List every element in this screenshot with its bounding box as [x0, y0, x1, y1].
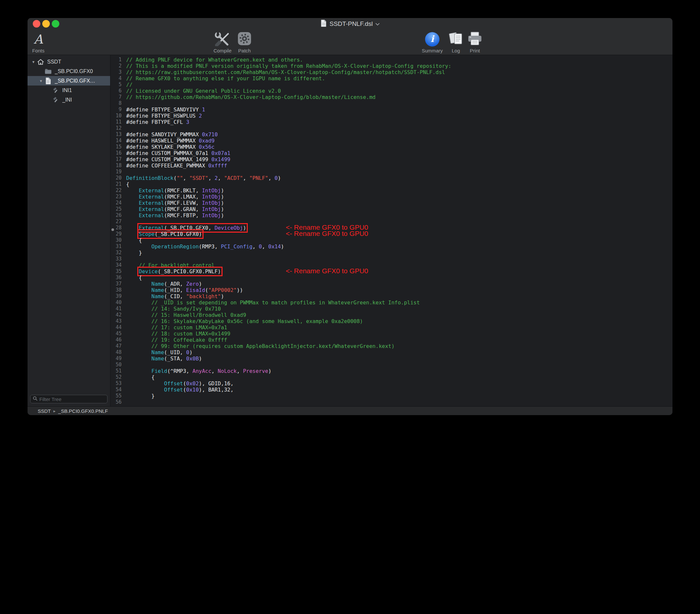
rename-annotation: <- Rename GFX0 to GPU0: [286, 268, 368, 274]
print-label: Print: [470, 48, 480, 53]
code-line: 15#define SKYLAKE_PWMMAX 0x56c: [110, 144, 673, 150]
line-number: 45: [110, 330, 122, 337]
disclosure-triangle-icon[interactable]: ▼: [30, 60, 37, 64]
code-line: 8: [110, 100, 673, 106]
toolbar: A Fonts Compile: [27, 30, 673, 55]
code-line: 45 // 18: custom LMAX=0x1499: [110, 330, 673, 337]
line-number: 40: [110, 299, 122, 306]
sidebar-item-label: _SB.PCI0.GFX0: [55, 68, 93, 74]
filter-field[interactable]: [30, 395, 108, 403]
line-number: 56: [110, 399, 122, 405]
code-line: 3// https://raw.githubusercontent.com/Re…: [110, 69, 673, 75]
document-proxy-icon[interactable]: [321, 19, 327, 28]
code-line: 20DefinitionBlock("", "SSDT", 2, "ACDT",…: [110, 175, 673, 181]
code-line: 49 Name(_STA, 0x0B): [110, 355, 673, 362]
sidebar-item-ini[interactable]: _INI: [27, 95, 110, 104]
print-button[interactable]: Print: [457, 32, 493, 53]
code-line: 47 // 99: Other (requires custom AppleBa…: [110, 343, 673, 349]
print-icon: [467, 31, 483, 48]
code-line: 44 // 17: custom LMAX=0x7a1: [110, 324, 673, 330]
line-number: 6: [110, 88, 122, 94]
fonts-label: Fonts: [32, 48, 45, 53]
code-line: 6// Licensed under GNU General Public Li…: [110, 88, 673, 94]
code-editor[interactable]: 1// Adding PNLF device for WhateverGreen…: [110, 55, 673, 406]
code-line: 41 // 14: Sandy/Ivy 0x710: [110, 306, 673, 312]
filter-tree-input[interactable]: [39, 397, 105, 402]
line-number: 51: [110, 368, 122, 374]
code-line: 13#define SANDYIVY_PWMMAX 0x710: [110, 131, 673, 138]
line-number: 10: [110, 113, 122, 119]
line-number: 19: [110, 169, 122, 175]
code-line: 19: [110, 169, 673, 175]
title-chevron-icon[interactable]: [375, 21, 379, 27]
line-number: 11: [110, 119, 122, 125]
line-number: 38: [110, 287, 122, 293]
disclosure-triangle-icon[interactable]: ▼: [38, 79, 44, 83]
line-number: 49: [110, 355, 122, 362]
code-line: 27: [110, 218, 673, 225]
code-line: 37 Name(_ADR, Zero): [110, 281, 673, 287]
line-number: 8: [110, 100, 122, 106]
sidebar: ▼ SSDT _SB.PCI0.GFX0▼ _SB.PCI0.GFX… INI1…: [27, 55, 110, 406]
line-number: 21: [110, 181, 122, 187]
line-number: 52: [110, 374, 122, 380]
method-icon: [52, 96, 60, 103]
patch-label: Patch: [238, 48, 251, 53]
line-number: 26: [110, 212, 122, 218]
code-line: 23 External(RMCF.LMAX, IntObj): [110, 193, 673, 200]
code-line: 11#define FBTYPE_CFL 3: [110, 119, 673, 125]
maciasl-window: SSDT-PNLF.dsl A Fonts: [27, 18, 673, 415]
code-line: 5//: [110, 82, 673, 88]
code-line: 4// Rename GFX0 to anything else if your…: [110, 75, 673, 82]
line-number: 53: [110, 380, 122, 387]
sidebar-item-sb-pci0-gfx0[interactable]: _SB.PCI0.GFX0: [27, 66, 110, 76]
code-line: 32 }: [110, 250, 673, 256]
sidebar-item-ssdt[interactable]: ▼ SSDT: [27, 57, 110, 66]
status-bar: SSDT ▸ _SB.PCI0.GFX0.PNLF: [27, 406, 673, 415]
line-number: 9: [110, 106, 122, 113]
code-line: 40 // _UID is set depending on PWMMax to…: [110, 299, 673, 306]
code-line: 52 {: [110, 374, 673, 380]
line-number: 44: [110, 324, 122, 330]
zoom-button[interactable]: [52, 20, 59, 27]
line-number: 46: [110, 337, 122, 343]
sidebar-item-ini1[interactable]: INI1: [27, 86, 110, 95]
code-line: 38 Name(_HID, EisaId("APP0002")): [110, 287, 673, 293]
code-line: 56: [110, 399, 673, 405]
code-line: 7// https://github.com/RehabMan/OS-X-Clo…: [110, 94, 673, 100]
code-line: 51 Field(^RMP3, AnyAcc, NoLock, Preserve…: [110, 368, 673, 374]
code-line: 30 {: [110, 237, 673, 243]
line-number: 25: [110, 206, 122, 212]
code-line: 31 OperationRegion(RMP3, PCI_Config, 0, …: [110, 243, 673, 250]
close-button[interactable]: [33, 20, 40, 27]
folder-icon: [44, 68, 52, 75]
patch-button[interactable]: Patch: [226, 32, 262, 53]
code-line: 14#define HASWELL_PWMMAX 0xad9: [110, 138, 673, 144]
line-number: 14: [110, 138, 122, 144]
rename-annotation: <- Rename GFX0 to GPU0: [286, 230, 368, 237]
traffic-lights: [33, 20, 59, 27]
code-line: 54 Offset(0x10), BAR1,32,: [110, 387, 673, 393]
fonts-button[interactable]: A Fonts: [27, 32, 57, 53]
code-line: 39 Name(_CID, "backlight"): [110, 293, 673, 299]
breadcrumb-leaf[interactable]: _SB.PCI0.GFX0.PNLF: [58, 408, 108, 414]
code-line: 18#define COFFEELAKE_PWMMAX 0xffff: [110, 163, 673, 169]
breadcrumb-root[interactable]: SSDT: [38, 408, 51, 414]
code-line: 50: [110, 362, 673, 368]
line-number: 13: [110, 131, 122, 138]
line-number: 15: [110, 144, 122, 150]
line-number: 33: [110, 256, 122, 262]
code-line: 25 External(RMCF.GRAN, IntObj): [110, 206, 673, 212]
minimize-button[interactable]: [42, 20, 50, 27]
document-icon: [44, 77, 52, 85]
sidebar-item-sb-pci0-gfx[interactable]: ▼ _SB.PCI0.GFX…: [27, 76, 110, 86]
code-line: 26 External(RMCF.FBTP, IntObj): [110, 212, 673, 218]
line-number: 35: [110, 268, 122, 275]
line-number: 23: [110, 193, 122, 200]
code-line: 43 // 16: Skylake/KabyLake 0x56c (and so…: [110, 318, 673, 324]
titlebar[interactable]: SSDT-PNLF.dsl: [27, 18, 673, 30]
line-number: 31: [110, 243, 122, 250]
ssdt-tree: ▼ SSDT _SB.PCI0.GFX0▼ _SB.PCI0.GFX… INI1…: [27, 55, 110, 104]
code-line: 48 Name(_UID, 0): [110, 349, 673, 355]
code-line: 12: [110, 125, 673, 131]
